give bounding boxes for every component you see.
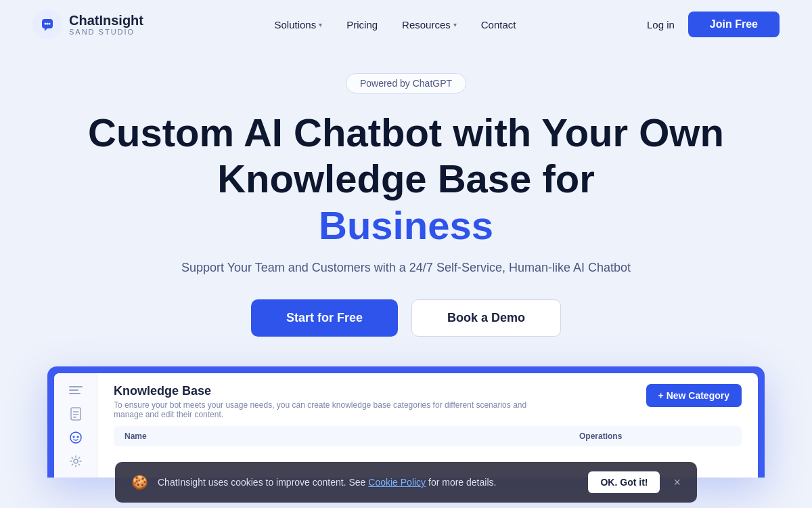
navbar: ChatInsight Sand Studio Solutions ▾ Pric… [0, 0, 812, 49]
cookie-policy-link[interactable]: Cookie Policy [368, 477, 426, 488]
app-sidebar [54, 373, 97, 478]
start-for-free-button[interactable]: Start for Free [251, 299, 398, 337]
table-header: Name Operations [114, 426, 742, 446]
nav-solutions[interactable]: Solutions ▾ [275, 19, 323, 30]
cookie-ok-button[interactable]: OK. Got it! [588, 471, 660, 493]
table-col-2 [276, 431, 428, 441]
join-button[interactable]: Join Free [688, 12, 780, 37]
svg-point-3 [49, 23, 51, 25]
svg-point-2 [47, 23, 49, 25]
svg-rect-6 [69, 393, 81, 394]
svg-rect-5 [69, 389, 78, 391]
powered-badge: Powered by ChatGPT [346, 73, 466, 93]
svg-rect-4 [69, 386, 83, 387]
sidebar-bot-icon[interactable] [66, 430, 86, 444]
logo: ChatInsight Sand Studio [32, 9, 143, 39]
chevron-down-icon: ▾ [319, 21, 322, 28]
login-button[interactable]: Log in [647, 19, 675, 30]
app-preview-wrapper: Knowledge Base To ensure your bot meets … [47, 366, 765, 478]
svg-point-11 [70, 432, 81, 443]
brand-name: ChatInsight [69, 13, 143, 28]
book-demo-button[interactable]: Book a Demo [411, 299, 561, 337]
svg-rect-7 [71, 408, 81, 420]
sidebar-settings-icon[interactable] [66, 454, 86, 468]
svg-point-13 [76, 436, 78, 438]
table-col-3 [428, 431, 579, 441]
app-title-block: Knowledge Base To ensure your bot meets … [114, 384, 533, 419]
cookie-emoji: 🍪 [131, 474, 148, 490]
sidebar-docs-icon[interactable] [66, 406, 86, 421]
nav-contact[interactable]: Contact [481, 19, 516, 30]
chevron-down-icon: ▾ [453, 21, 457, 28]
cookie-banner: 🍪 ChatInsight uses cookies to improve co… [115, 462, 697, 503]
svg-point-12 [72, 436, 74, 438]
hero-subtext: Support Your Team and Customers with a 2… [176, 261, 636, 275]
svg-point-14 [74, 459, 78, 463]
app-header-row: Knowledge Base To ensure your bot meets … [114, 384, 742, 419]
nav-actions: Log in Join Free [647, 12, 780, 37]
cookie-close-icon[interactable]: × [673, 475, 681, 490]
app-title: Knowledge Base [114, 384, 533, 398]
table-col-name: Name [125, 431, 276, 441]
hero-heading-blue: Business [319, 203, 493, 247]
svg-point-1 [45, 23, 47, 25]
hero-heading: Custom AI Chatbot with Your Own Knowledg… [0, 110, 812, 249]
app-description: To ensure your bot meets your usage need… [114, 400, 533, 419]
nav-links: Solutions ▾ Pricing Resources ▾ Contact [275, 19, 516, 30]
app-preview-container: Knowledge Base To ensure your bot meets … [0, 366, 812, 478]
logo-icon [32, 9, 62, 39]
new-category-button[interactable]: + New Category [646, 384, 742, 407]
hero-buttons: Start for Free Book a Demo [0, 299, 812, 337]
hero-section: Powered by ChatGPT Custom AI Chatbot wit… [0, 49, 812, 337]
nav-pricing[interactable]: Pricing [346, 19, 378, 30]
app-preview: Knowledge Base To ensure your bot meets … [47, 366, 765, 478]
brand-subtitle: Sand Studio [69, 28, 143, 36]
cookie-text: ChatInsight uses cookies to improve cont… [158, 477, 579, 488]
sidebar-expand-icon[interactable] [66, 383, 86, 397]
table-col-operations: Operations [579, 431, 731, 441]
nav-resources[interactable]: Resources ▾ [402, 19, 457, 30]
